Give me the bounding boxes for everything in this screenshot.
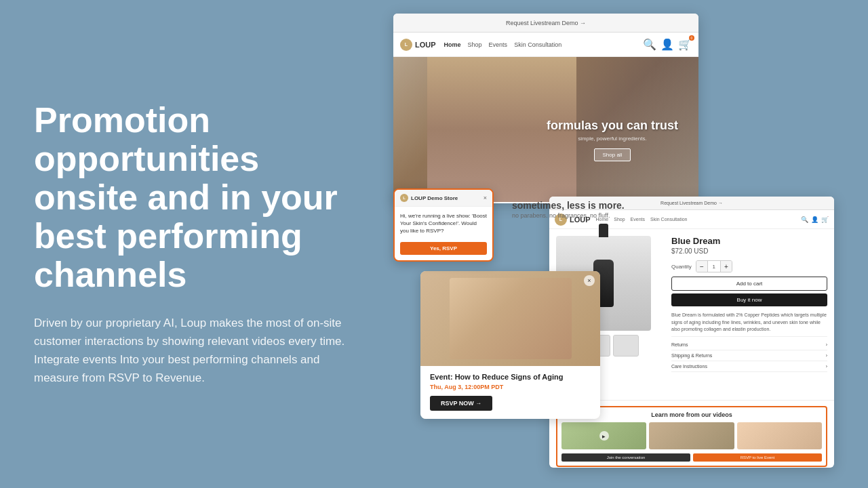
- qty-decrease-button[interactable]: −: [696, 261, 707, 272]
- cart-icon[interactable]: 🛒: [678, 39, 692, 50]
- popup-store-name: LOUP Demo Store: [411, 195, 458, 201]
- hero-text-overlay: formulas you can trust simple, powerful …: [547, 119, 678, 161]
- product-thumb-3[interactable]: [613, 335, 639, 357]
- hero-subtitle: simple, powerful ingredients.: [547, 136, 678, 142]
- video-thumb-2[interactable]: [649, 422, 734, 449]
- product-nav-icons: 🔍 👤 🛒: [801, 216, 829, 223]
- product-user-icon[interactable]: 👤: [811, 216, 818, 223]
- main-heading: Promotion opportunities onsite and in yo…: [34, 101, 346, 295]
- product-name: Blue Dream: [671, 236, 827, 246]
- play-icon-1: ▶: [599, 431, 609, 441]
- nav-home[interactable]: Home: [444, 41, 461, 48]
- logo-circle-icon: L: [400, 39, 412, 51]
- join-conversation-button[interactable]: Join the conversation: [561, 453, 690, 462]
- nav-events[interactable]: Events: [489, 41, 508, 48]
- browser-topbar: Request Livestream Demo →: [393, 14, 698, 33]
- popup-rsvp-button[interactable]: Yes, RSVP: [400, 242, 487, 255]
- search-icon[interactable]: 🔍: [643, 38, 656, 51]
- video-thumb-1[interactable]: ▶: [561, 422, 646, 449]
- product-description: Blue Dream is formulated with 2% Copper …: [671, 312, 827, 333]
- qty-control: − 1 +: [696, 260, 732, 272]
- event-card: × Event: How to Reduce Signs of Aging Th…: [420, 271, 600, 419]
- event-date: Thu, Aug 3, 12:00PM PDT: [430, 384, 591, 390]
- popup-logo-icon: L: [400, 194, 408, 202]
- user-icon[interactable]: 👤: [660, 38, 674, 51]
- main-browser-screenshot: Request Livestream Demo → L LOUP Home Sh…: [393, 14, 698, 203]
- qty-label: Quantity: [671, 264, 692, 270]
- description: Driven by our proprietary AI, Loup makes…: [34, 314, 346, 388]
- topbar-text: Request Livestream Demo →: [506, 20, 586, 26]
- video-thumb-3[interactable]: [737, 422, 822, 449]
- product-nav-links: Home Shop Events Skin Consultation: [596, 217, 795, 222]
- product-qty-row: Quantity − 1 +: [671, 260, 827, 272]
- qty-value: 1: [707, 261, 721, 272]
- product-search-icon[interactable]: 🔍: [801, 216, 808, 223]
- video-section-title: Learn more from our videos: [561, 411, 822, 418]
- nav-skin-consultation[interactable]: Skin Consultation: [514, 41, 561, 48]
- bottle-cap: [599, 224, 608, 237]
- popup-close-button[interactable]: ×: [484, 195, 487, 201]
- notification-popup: L LOUP Demo Store × Hi, we're running a …: [393, 188, 494, 262]
- popup-header: L LOUP Demo Store ×: [395, 190, 492, 207]
- event-body: Event: How to Reduce Signs of Aging Thu,…: [420, 366, 600, 419]
- product-topbar-text: Request Livestream Demo →: [660, 201, 723, 205]
- product-nav-skin[interactable]: Skin Consultation: [650, 217, 687, 222]
- left-panel: Promotion opportunities onsite and in yo…: [0, 74, 380, 415]
- add-to-cart-button[interactable]: Add to cart: [671, 277, 827, 291]
- sometimes-subtitle: no parabens. no fragrances. no fluff.: [512, 212, 625, 219]
- event-rsvp-button[interactable]: RSVP NOW →: [430, 396, 492, 411]
- popup-message: Hi, we're running a live show: 'Boost Yo…: [400, 212, 487, 235]
- sometimes-section: sometimes, less is more. no parabens. no…: [512, 200, 625, 219]
- event-image: ×: [420, 271, 600, 366]
- event-rsvp-label: RSVP NOW →: [441, 400, 481, 407]
- product-nav-events[interactable]: Events: [631, 217, 645, 222]
- product-info-col: Blue Dream $72.00 USD Quantity − 1 + Add…: [671, 236, 827, 393]
- shop-all-button[interactable]: Shop all: [594, 148, 631, 161]
- cart-icon-wrapper: 🛒 0: [678, 38, 692, 51]
- accordion-care[interactable]: Care Instructions›: [671, 361, 827, 372]
- right-panel: Request Livestream Demo → L LOUP Home Sh…: [380, 0, 868, 488]
- video-thumbnails: ▶: [561, 422, 822, 449]
- hero-title: formulas you can trust: [547, 119, 678, 133]
- product-cart-icon[interactable]: 🛒: [821, 216, 829, 223]
- nav-icons: 🔍 👤 🛒 0: [643, 38, 692, 51]
- loup-logo: L LOUP: [400, 39, 436, 51]
- cart-badge: 0: [689, 35, 694, 41]
- popup-body: Hi, we're running a live show: 'Boost Yo…: [395, 207, 492, 260]
- nav-shop[interactable]: Shop: [468, 41, 482, 48]
- hero-image: formulas you can trust simple, powerful …: [393, 57, 698, 202]
- product-price: $72.00 USD: [671, 247, 827, 255]
- buy-now-button[interactable]: Buy it now: [671, 293, 827, 306]
- product-accordion: Returns› Shipping & Returns› Care Instru…: [671, 336, 827, 372]
- accordion-returns[interactable]: Returns›: [671, 340, 827, 350]
- sometimes-title: sometimes, less is more.: [512, 200, 625, 211]
- rsvp-live-event-button[interactable]: RSVP to live Event: [693, 453, 822, 462]
- popup-logo-area: L LOUP Demo Store: [400, 194, 458, 202]
- event-image-content: [450, 278, 572, 359]
- accordion-shipping[interactable]: Shipping & Returns›: [671, 350, 827, 361]
- event-title: Event: How to Reduce Signs of Aging: [430, 373, 591, 381]
- qty-increase-button[interactable]: +: [721, 261, 732, 272]
- nav-links: Home Shop Events Skin Consultation: [444, 41, 635, 48]
- browser-nav: L LOUP Home Shop Events Skin Consultatio…: [393, 33, 698, 57]
- event-close-button[interactable]: ×: [584, 275, 595, 286]
- video-bottom-buttons: Join the conversation RSVP to live Event: [561, 453, 822, 462]
